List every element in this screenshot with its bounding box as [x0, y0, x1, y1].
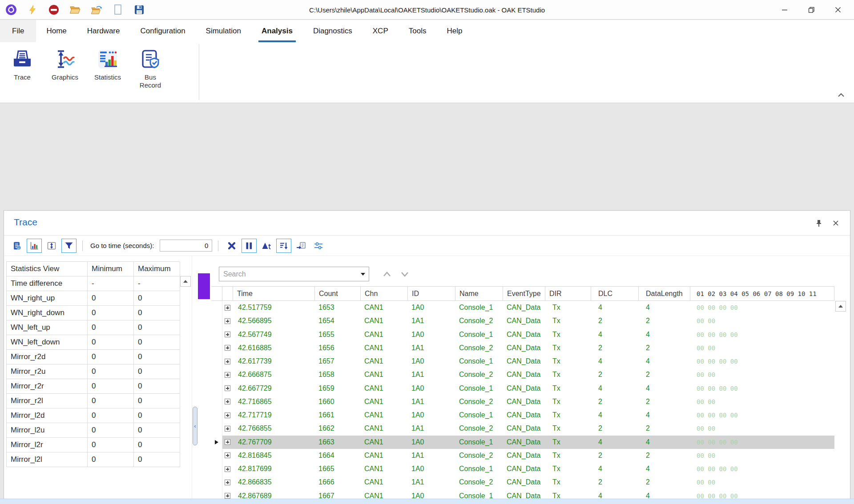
statistics-row[interactable]: Time difference-- — [7, 276, 180, 291]
trace-row[interactable]: 42.7668551662CAN11A1Console_2CAN_DataTx2… — [211, 422, 834, 435]
menu-item-xcp[interactable]: XCP — [363, 20, 399, 42]
clear-button[interactable] — [224, 239, 239, 253]
app-logo-icon[interactable] — [5, 4, 17, 16]
statistics-row[interactable]: WN_right_down00 — [7, 306, 180, 320]
panel-close-icon[interactable] — [830, 218, 841, 228]
statistics-row[interactable]: Mirror_l2u00 — [7, 423, 180, 438]
expand-plus-icon[interactable] — [225, 439, 230, 445]
filter-button[interactable] — [61, 239, 77, 253]
trace-row[interactable]: 42.8176991665CAN11A0Console_1CAN_DataTx4… — [211, 462, 834, 476]
column-header-databytes[interactable]: 01 02 03 04 05 06 07 08 09 10 11 12 — [690, 287, 834, 301]
statistics-row[interactable]: WN_left_down00 — [7, 335, 180, 350]
statistics-row[interactable]: Mirror_r2r00 — [7, 379, 180, 394]
menu-item-hardware[interactable]: Hardware — [77, 20, 130, 42]
trace-row[interactable]: 42.6177391657CAN11A0Console_1CAN_DataTx4… — [211, 355, 834, 368]
column-header-eventtype[interactable]: EventType — [503, 287, 545, 301]
ribbon-button-bus-record[interactable]: Bus Record — [129, 45, 172, 89]
scroll-up-button[interactable] — [180, 276, 191, 287]
trace-row[interactable]: 42.6677291659CAN11A0Console_1CAN_DataTx4… — [211, 382, 834, 395]
column-header-time[interactable]: Time — [233, 287, 315, 301]
column-header-dir[interactable]: DIR — [545, 287, 591, 301]
search-next-button[interactable] — [399, 268, 411, 280]
pause-button[interactable] — [242, 239, 257, 253]
goto-time-input[interactable] — [160, 240, 212, 252]
column-header-chn[interactable]: Chn — [361, 287, 408, 301]
expand-plus-icon[interactable] — [225, 480, 230, 485]
statistics-row[interactable]: WN_right_up00 — [7, 291, 180, 306]
column-header-name[interactable]: Name — [455, 287, 503, 301]
trace-row[interactable]: 42.7168651660CAN11A1Console_2CAN_DataTx2… — [211, 395, 834, 408]
expand-plus-icon[interactable] — [225, 385, 230, 391]
statistics-row[interactable]: Mirror_r2u00 — [7, 364, 180, 379]
statistics-vertical-scrollbar[interactable] — [180, 276, 191, 504]
statistics-row[interactable]: Mirror_r2d00 — [7, 350, 180, 364]
minimize-button[interactable] — [771, 0, 798, 20]
expand-plus-icon[interactable] — [225, 345, 230, 351]
trace-row[interactable]: 42.8668351666CAN11A1Console_2CAN_DataTx2… — [211, 476, 834, 489]
menu-item-help[interactable]: Help — [436, 20, 472, 42]
expand-plus-icon[interactable] — [225, 452, 230, 458]
trace-row[interactable]: 42.5668951654CAN11A1Console_2CAN_DataTx2… — [211, 314, 834, 328]
menu-item-file[interactable]: File — [0, 20, 36, 42]
overview-button[interactable] — [9, 239, 24, 253]
menu-item-tools[interactable]: Tools — [399, 20, 437, 42]
trace-row[interactable]: 42.5677491655CAN11A0Console_1CAN_DataTx4… — [211, 328, 834, 341]
combo-dropdown-icon[interactable] — [357, 273, 369, 276]
open-folder-icon[interactable] — [69, 4, 81, 16]
trace-region: Time Count Chn ID Name EventType DIR DLC… — [194, 256, 850, 504]
expand-plus-icon[interactable] — [225, 359, 230, 364]
statistics-row[interactable]: WN_left_up00 — [7, 320, 180, 335]
statistics-row[interactable]: Mirror_l2l00 — [7, 452, 180, 467]
expand-plus-icon[interactable] — [225, 318, 230, 324]
expand-plus-icon[interactable] — [225, 399, 230, 404]
statistics-row[interactable]: Mirror_r2l00 — [7, 394, 180, 408]
menu-item-analysis[interactable]: Analysis — [251, 20, 303, 42]
expand-plus-icon[interactable] — [225, 305, 230, 311]
menu-item-configuration[interactable]: Configuration — [130, 20, 195, 42]
new-document-icon[interactable] — [112, 4, 124, 16]
ribbon-button-graphics[interactable]: Graphics — [44, 45, 86, 89]
restore-button[interactable] — [798, 0, 825, 20]
menu-item-home[interactable]: Home — [36, 20, 77, 42]
column-header-count[interactable]: Count — [315, 287, 361, 301]
column-header-datalength[interactable]: DataLength — [639, 287, 690, 301]
expand-plus-icon[interactable] — [225, 493, 230, 499]
statistics-view-button[interactable] — [27, 239, 42, 253]
delta-time-button[interactable] — [259, 239, 274, 253]
trace-row[interactable]: 42.6668751658CAN11A1Console_2CAN_DataTx2… — [211, 368, 834, 381]
menu-item-simulation[interactable]: Simulation — [196, 20, 251, 42]
search-input[interactable] — [219, 267, 357, 281]
trace-row[interactable]: 42.8168451664CAN11A1Console_2CAN_DataTx2… — [211, 449, 834, 462]
pin-icon[interactable] — [814, 218, 824, 228]
import-folder-icon[interactable] — [91, 4, 102, 16]
statistics-row[interactable]: Mirror_l2r00 — [7, 438, 180, 452]
trace-vertical-scrollbar[interactable] — [835, 301, 847, 504]
lightning-icon[interactable] — [27, 4, 38, 16]
ribbon-button-trace[interactable]: Trace — [1, 45, 44, 89]
column-header-id[interactable]: ID — [408, 287, 455, 301]
expand-plus-icon[interactable] — [225, 372, 230, 378]
stop-icon[interactable] — [48, 4, 60, 16]
scroll-up-button[interactable] — [835, 301, 846, 312]
trace-row[interactable]: 42.7677091663CAN11A0Console_1CAN_DataTx4… — [211, 436, 834, 449]
close-button[interactable] — [825, 0, 851, 20]
ribbon-button-statistics[interactable]: Statistics — [86, 45, 129, 89]
settings-sliders-button[interactable] — [311, 239, 326, 253]
goto-marker-button[interactable] — [294, 239, 309, 253]
trace-row[interactable]: 42.6168851656CAN11A1Console_2CAN_DataTx2… — [211, 341, 834, 355]
expand-plus-icon[interactable] — [225, 466, 230, 472]
trace-row[interactable]: 42.7177191661CAN11A0Console_1CAN_DataTx4… — [211, 408, 834, 422]
search-combobox[interactable] — [219, 267, 369, 281]
ribbon-collapse-chevron-icon[interactable] — [835, 90, 847, 100]
save-icon[interactable] — [133, 4, 145, 16]
expand-plus-icon[interactable] — [225, 412, 230, 418]
fit-rows-button[interactable] — [44, 239, 59, 253]
column-header-dlc[interactable]: DLC — [591, 287, 639, 301]
sort-button[interactable] — [276, 239, 291, 253]
menu-item-diagnostics[interactable]: Diagnostics — [303, 20, 363, 42]
expand-plus-icon[interactable] — [225, 332, 230, 337]
search-previous-button[interactable] — [381, 268, 393, 280]
statistics-row[interactable]: Mirror_l2d00 — [7, 408, 180, 423]
trace-row[interactable]: 42.5177591653CAN11A0Console_1CAN_DataTx4… — [211, 301, 834, 314]
expand-plus-icon[interactable] — [225, 426, 230, 432]
